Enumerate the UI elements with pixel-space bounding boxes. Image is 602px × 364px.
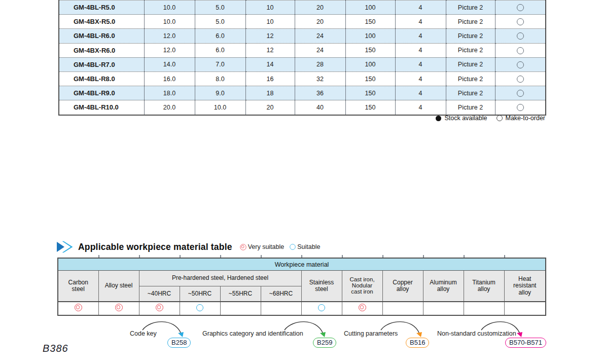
- product-table: GM-4BL-R5.010.05.010201004Picture 2GM-4B…: [58, 0, 546, 116]
- value-cell: 150: [345, 43, 395, 57]
- header-row-top: Carbon steel Alloy steel Pre-hardened st…: [58, 271, 546, 286]
- rating-cell: [301, 302, 342, 315]
- table-row: GM-4BL-R9.018.09.018361504Picture 2: [59, 86, 546, 100]
- model-cell: GM-4BL-R5.0: [59, 1, 144, 15]
- stock-status-cell: [495, 71, 546, 86]
- rating-cell: [220, 302, 261, 315]
- value-cell: 7.0: [195, 57, 245, 71]
- value-cell: 4: [395, 15, 446, 29]
- workpiece-material-caption: Workpiece material: [58, 258, 546, 271]
- very-suitable-icon: [75, 304, 82, 311]
- stock-available-label: Stock available: [444, 115, 487, 122]
- value-cell: 18.0: [144, 86, 195, 100]
- stock-status-cell: [495, 1, 546, 15]
- page-ref-badge[interactable]: B570-B571: [505, 338, 546, 348]
- make-to-order-icon: [517, 76, 524, 83]
- picture-cell: Picture 2: [446, 15, 495, 29]
- value-cell: 20: [295, 15, 345, 29]
- value-cell: 4: [395, 57, 446, 71]
- col-header-titanium-alloy: Titanium alloy: [464, 271, 504, 302]
- page-number: B386: [43, 343, 68, 354]
- value-cell: 12: [245, 29, 295, 43]
- rating-cell: [180, 302, 220, 315]
- value-cell: 16: [245, 71, 295, 86]
- catalog-page: GM-4BL-R5.010.05.010201004Picture 2GM-4B…: [0, 0, 602, 364]
- col-header-cast-iron: Cast iron, Nodular cast iron: [342, 271, 382, 302]
- table-row: GM-4BL-R8.016.08.016321504Picture 2: [59, 71, 546, 86]
- value-cell: 24: [295, 29, 345, 43]
- col-header-carbon-steel: Carbon steel: [58, 271, 98, 302]
- col-header-heat-resistant-alloy: Heat resistant alloy: [504, 271, 546, 302]
- table-row: GM-4BL-R10.020.010.020401504Picture 2: [59, 100, 546, 115]
- stock-status-cell: [495, 43, 546, 57]
- value-cell: 10: [245, 15, 295, 29]
- table-row: GM-4BL-R6.012.06.012241004Picture 2: [59, 29, 546, 43]
- value-cell: 20: [295, 1, 345, 15]
- page-ref-badge[interactable]: B516: [406, 338, 429, 348]
- rating-cell: [423, 302, 464, 315]
- column-tick: [504, 255, 505, 258]
- model-cell: GM-4BL-R7.0: [59, 57, 144, 71]
- value-cell: 4: [395, 43, 446, 57]
- col-header-hardened-group: Pre-hardened steel, Hardened steel: [139, 271, 301, 286]
- very-suitable-icon: [115, 304, 123, 311]
- value-cell: 18: [245, 86, 295, 100]
- picture-cell: Picture 2: [446, 86, 495, 100]
- value-cell: 6.0: [195, 43, 245, 57]
- picture-cell: Picture 2: [446, 1, 495, 15]
- column-tick: [180, 255, 181, 258]
- picture-cell: Picture 2: [446, 29, 495, 43]
- column-tick: [261, 255, 262, 258]
- model-cell: GM-4BL-R10.0: [59, 100, 144, 115]
- make-to-order-icon: [517, 90, 524, 97]
- suitable-legend: Suitable: [289, 243, 320, 250]
- value-cell: 10.0: [195, 100, 245, 115]
- model-cell: GM-4BX-R5.0: [59, 15, 144, 29]
- value-cell: 100: [345, 1, 395, 15]
- page-ref-badge[interactable]: B258: [167, 338, 191, 348]
- col-header-alloy-steel: Alloy steel: [98, 271, 139, 302]
- column-tick: [342, 255, 343, 258]
- rating-cell: [382, 302, 423, 315]
- model-cell: GM-4BL-R8.0: [59, 71, 144, 86]
- stock-available-icon: [436, 116, 441, 121]
- value-cell: 28: [295, 57, 345, 71]
- suitable-icon: [196, 304, 203, 311]
- page-ref-badge[interactable]: B259: [313, 338, 336, 348]
- value-cell: 4: [395, 86, 446, 100]
- ratings-row: [58, 302, 546, 315]
- value-cell: 4: [395, 100, 446, 115]
- picture-cell: Picture 2: [446, 100, 495, 115]
- picture-cell: Picture 2: [446, 43, 495, 57]
- value-cell: 12: [245, 43, 295, 57]
- value-cell: 14: [245, 57, 295, 71]
- table-row: GM-4BL-R5.010.05.010201004Picture 2: [59, 1, 546, 15]
- rating-cell: [98, 302, 139, 315]
- col-header-copper-alloy: Copper alloy: [382, 271, 423, 302]
- value-cell: 9.0: [195, 86, 245, 100]
- value-cell: 36: [295, 86, 345, 100]
- curved-arrow-icon: [141, 317, 187, 339]
- rating-cell: [504, 302, 546, 315]
- curved-arrow-icon: [283, 317, 329, 339]
- very-suitable-legend: Very suitable: [239, 243, 285, 251]
- suitability-legend: Very suitable Suitable: [239, 243, 321, 251]
- stock-status-cell: [495, 29, 546, 43]
- table-row: GM-4BL-R7.014.07.014281004Picture 2: [59, 57, 546, 71]
- very-suitable-icon: [156, 304, 163, 311]
- make-to-order-icon: [517, 47, 524, 54]
- value-cell: 32: [295, 71, 345, 86]
- value-cell: 4: [395, 71, 446, 86]
- value-cell: 20.0: [144, 100, 195, 115]
- value-cell: 20: [245, 100, 295, 115]
- col-header-68hrc: ~68HRC: [261, 286, 301, 302]
- value-cell: 5.0: [195, 15, 245, 29]
- very-suitable-icon: [240, 244, 246, 250]
- suitable-icon: [290, 244, 295, 249]
- column-tick: [301, 255, 302, 258]
- suitable-icon: [318, 304, 325, 311]
- column-tick: [220, 255, 221, 258]
- column-tick: [464, 255, 465, 258]
- value-cell: 8.0: [195, 71, 245, 86]
- section-title: Applicable workpiece material table: [78, 242, 232, 252]
